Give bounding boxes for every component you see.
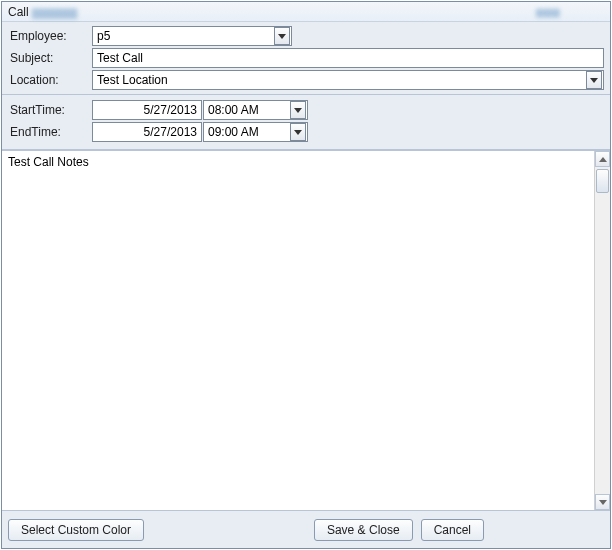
scrollbar[interactable] xyxy=(594,151,610,510)
subject-input[interactable] xyxy=(92,48,604,68)
location-combo[interactable]: Test Location xyxy=(92,70,604,90)
chevron-down-icon[interactable] xyxy=(290,123,306,141)
cancel-button[interactable]: Cancel xyxy=(421,519,484,541)
chevron-down-icon[interactable] xyxy=(290,101,306,119)
location-value: Test Location xyxy=(97,73,168,87)
bg-blur: ▆▆▆▆▆ xyxy=(32,5,77,19)
end-date-input[interactable] xyxy=(92,122,202,142)
select-custom-color-button[interactable]: Select Custom Color xyxy=(8,519,144,541)
call-dialog: Call ▆▆▆▆▆ ▆▆▆ Employee: p5 Subject: Loc… xyxy=(1,1,611,549)
scroll-up-icon[interactable] xyxy=(595,151,610,167)
employee-value: p5 xyxy=(97,29,110,43)
window-title: Call xyxy=(8,5,29,19)
top-form-section: Employee: p5 Subject: Location: Test Loc… xyxy=(2,22,610,95)
endtime-label: EndTime: xyxy=(8,125,92,139)
start-date-input[interactable] xyxy=(92,100,202,120)
chevron-down-icon[interactable] xyxy=(586,71,602,89)
bg-blur: ▆▆▆ xyxy=(536,6,560,17)
time-section: StartTime: 08:00 AM EndTime: 09:00 AM xyxy=(2,95,610,150)
titlebar: Call ▆▆▆▆▆ ▆▆▆ xyxy=(2,2,610,22)
subject-label: Subject: xyxy=(8,51,92,65)
end-time-value: 09:00 AM xyxy=(208,125,259,139)
footer: Select Custom Color Save & Close Cancel xyxy=(2,510,610,548)
starttime-label: StartTime: xyxy=(8,103,92,117)
notes-textarea[interactable] xyxy=(2,151,594,510)
notes-area xyxy=(2,150,610,510)
scroll-thumb[interactable] xyxy=(596,169,609,193)
end-time-combo[interactable]: 09:00 AM xyxy=(203,122,308,142)
employee-label: Employee: xyxy=(8,29,92,43)
chevron-down-icon[interactable] xyxy=(274,27,290,45)
location-label: Location: xyxy=(8,73,92,87)
start-time-value: 08:00 AM xyxy=(208,103,259,117)
employee-combo[interactable]: p5 xyxy=(92,26,292,46)
scroll-down-icon[interactable] xyxy=(595,494,610,510)
start-time-combo[interactable]: 08:00 AM xyxy=(203,100,308,120)
save-close-button[interactable]: Save & Close xyxy=(314,519,413,541)
